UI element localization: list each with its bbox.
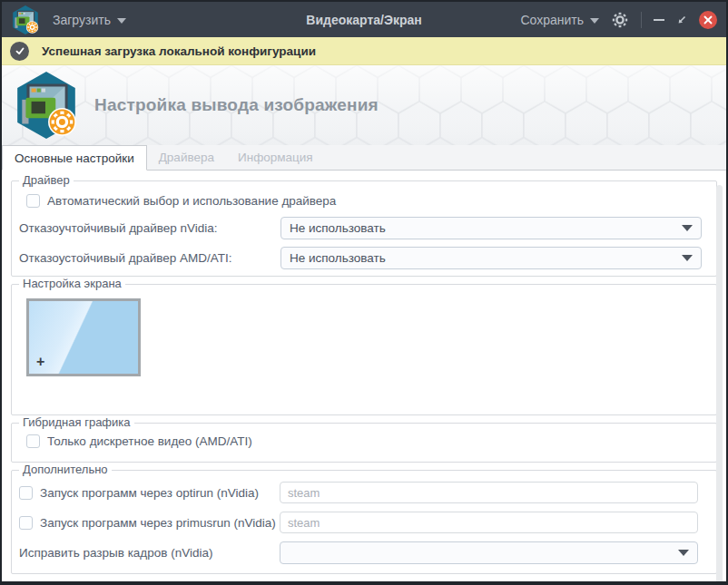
optirun-label: Запуск программ через optirun (nVidia)	[40, 486, 259, 500]
chevron-down-icon	[590, 18, 599, 24]
tab-bar: Основные настройки Драйвера Информация	[2, 145, 726, 171]
tab-main-settings[interactable]: Основные настройки	[2, 145, 147, 171]
discrete-video-checkbox-row[interactable]: Только дискретное видео (AMD/ATI)	[19, 434, 709, 448]
notification-bar: Успешная загрузка локальной конфигурации	[2, 37, 726, 65]
primusrun-program-input[interactable]	[280, 512, 698, 533]
chevron-down-icon	[117, 18, 126, 24]
auto-driver-checkbox-row[interactable]: Автоматический выбор и использование дра…	[19, 194, 709, 208]
videocard-app-icon	[13, 70, 80, 141]
amd-failsafe-row: Отказоустойчивый драйвер AMD/ATI: Не исп…	[19, 247, 709, 269]
hybrid-group-legend: Гибридная графика	[19, 415, 134, 429]
save-menu-button[interactable]: Сохранить	[520, 13, 599, 27]
auto-driver-checkbox[interactable]	[26, 194, 40, 208]
load-menu-label: Загрузить	[53, 13, 111, 27]
chevron-down-icon	[682, 225, 693, 231]
nvidia-failsafe-select[interactable]: Не использовать	[280, 217, 702, 239]
discrete-video-checkbox[interactable]	[26, 434, 40, 448]
driver-group: Драйвер Автоматический выбор и использов…	[11, 180, 717, 277]
titlebar-separator	[641, 12, 642, 28]
notification-text: Успешная загрузка локальной конфигурации	[42, 44, 316, 58]
restore-button[interactable]	[676, 15, 687, 25]
success-check-icon	[10, 42, 29, 61]
scrollbar[interactable]	[716, 185, 723, 585]
primusrun-checkbox-row[interactable]: Запуск программ через primusrun (nVidia)	[19, 516, 280, 530]
tearfix-label: Исправить разрыв кадров (nVidia)	[19, 546, 280, 560]
nvidia-failsafe-row: Отказоучтойчивый драйвер nVidia: Не испо…	[19, 217, 709, 239]
settings-gear-icon[interactable]	[611, 11, 629, 29]
chevron-down-icon	[678, 550, 689, 556]
extra-group-legend: Дополнительно	[19, 463, 112, 476]
display-preview[interactable]: +	[26, 298, 141, 376]
app-icon	[11, 5, 40, 35]
primusrun-checkbox[interactable]	[19, 516, 33, 530]
page-header: Настройка вывода изображения	[2, 65, 726, 145]
extra-group: Дополнительно Запуск программ через opti…	[11, 470, 717, 574]
tearfix-select[interactable]	[280, 541, 698, 564]
driver-group-legend: Драйвер	[19, 173, 74, 187]
primusrun-label: Запуск программ через primusrun (nVidia)	[40, 516, 276, 530]
tab-content: Драйвер Автоматический выбор и использов…	[2, 180, 726, 585]
tab-information[interactable]: Информация	[226, 145, 325, 170]
nvidia-failsafe-label: Отказоучтойчивый драйвер nVidia:	[19, 221, 280, 235]
nvidia-failsafe-value: Не использовать	[290, 221, 682, 235]
tearfix-row: Исправить разрыв кадров (nVidia)	[19, 541, 709, 564]
amd-failsafe-select[interactable]: Не использовать	[280, 247, 702, 269]
tab-main-settings-label: Основные настройки	[15, 151, 134, 165]
amd-failsafe-value: Не использовать	[290, 251, 682, 265]
chevron-down-icon	[682, 255, 693, 261]
screen-group-legend: Настройка экрана	[19, 277, 125, 290]
minimize-button[interactable]	[654, 19, 664, 21]
optirun-program-input[interactable]	[280, 482, 698, 503]
optirun-row: Запуск программ через optirun (nVidia)	[19, 482, 709, 503]
titlebar: Загрузить Видеокарта/Экран Сохранить	[2, 2, 726, 37]
screen-group: Настройка экрана +	[11, 284, 717, 415]
auto-driver-label: Автоматический выбор и использование дра…	[47, 194, 336, 208]
page-title: Настройка вывода изображения	[94, 95, 379, 115]
app-window: Загрузить Видеокарта/Экран Сохранить	[0, 0, 728, 585]
save-menu-label: Сохранить	[520, 13, 584, 27]
primusrun-row: Запуск программ через primusrun (nVidia)	[19, 512, 709, 533]
close-button[interactable]	[699, 11, 717, 29]
amd-failsafe-label: Отказоустойчивый драйвер AMD/ATI:	[19, 251, 280, 265]
tab-drivers[interactable]: Драйвера	[147, 145, 226, 170]
add-display-button[interactable]: +	[36, 354, 44, 370]
optirun-checkbox-row[interactable]: Запуск программ через optirun (nVidia)	[19, 486, 280, 500]
tab-drivers-label: Драйвера	[159, 151, 214, 164]
load-menu-button[interactable]: Загрузить	[53, 13, 126, 27]
tab-information-label: Информация	[238, 151, 313, 164]
discrete-video-label: Только дискретное видео (AMD/ATI)	[47, 434, 252, 448]
hybrid-graphics-group: Гибридная графика Только дискретное виде…	[11, 423, 717, 463]
optirun-checkbox[interactable]	[19, 486, 33, 500]
